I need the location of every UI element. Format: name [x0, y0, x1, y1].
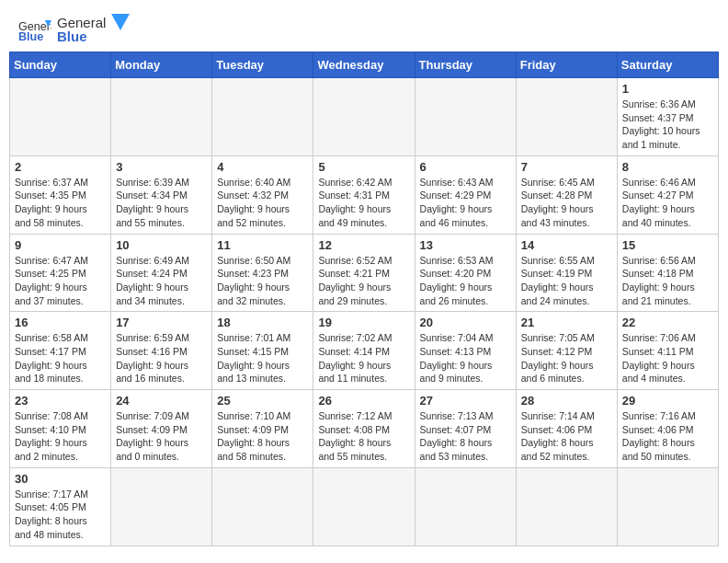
svg-text:Blue: Blue [18, 30, 43, 42]
calendar-cell [415, 467, 516, 546]
day-info: Sunrise: 6:37 AM Sunset: 4:35 PM Dayligh… [15, 176, 106, 230]
week-row-5: 23Sunrise: 7:08 AM Sunset: 4:10 PM Dayli… [10, 390, 719, 468]
day-number: 29 [622, 394, 713, 408]
calendar-cell: 22Sunrise: 7:06 AM Sunset: 4:11 PM Dayli… [617, 312, 718, 390]
day-number: 1 [622, 82, 713, 96]
day-info: Sunrise: 7:17 AM Sunset: 4:05 PM Dayligh… [15, 488, 106, 542]
calendar-cell: 11Sunrise: 6:50 AM Sunset: 4:23 PM Dayli… [212, 234, 313, 312]
calendar-cell: 14Sunrise: 6:55 AM Sunset: 4:19 PM Dayli… [516, 234, 617, 312]
calendar-cell: 21Sunrise: 7:05 AM Sunset: 4:12 PM Dayli… [516, 312, 617, 390]
day-number: 17 [116, 316, 207, 329]
logo-icon: General Blue [18, 17, 51, 42]
day-number: 4 [217, 160, 308, 174]
day-info: Sunrise: 6:59 AM Sunset: 4:16 PM Dayligh… [116, 331, 207, 385]
calendar-cell [111, 467, 212, 546]
day-info: Sunrise: 6:50 AM Sunset: 4:23 PM Dayligh… [217, 254, 308, 308]
calendar-cell: 28Sunrise: 7:14 AM Sunset: 4:06 PM Dayli… [516, 390, 617, 468]
calendar-cell: 1Sunrise: 6:36 AM Sunset: 4:37 PM Daylig… [617, 78, 718, 156]
day-info: Sunrise: 6:42 AM Sunset: 4:31 PM Dayligh… [318, 176, 409, 230]
day-info: Sunrise: 6:58 AM Sunset: 4:17 PM Dayligh… [15, 331, 106, 385]
calendar-cell: 15Sunrise: 6:56 AM Sunset: 4:18 PM Dayli… [617, 234, 718, 312]
day-number: 12 [318, 238, 409, 252]
day-number: 11 [217, 238, 308, 252]
calendar-cell [313, 78, 415, 156]
day-info: Sunrise: 6:39 AM Sunset: 4:34 PM Dayligh… [116, 176, 207, 230]
calendar-cell: 2Sunrise: 6:37 AM Sunset: 4:35 PM Daylig… [10, 155, 111, 234]
day-of-week-tuesday: Tuesday [212, 52, 313, 78]
calendar-cell: 25Sunrise: 7:10 AM Sunset: 4:09 PM Dayli… [212, 390, 313, 468]
week-row-6: 30Sunrise: 7:17 AM Sunset: 4:05 PM Dayli… [10, 467, 719, 546]
day-info: Sunrise: 7:14 AM Sunset: 4:06 PM Dayligh… [521, 409, 612, 464]
day-number: 24 [116, 394, 207, 408]
calendar-cell: 24Sunrise: 7:09 AM Sunset: 4:09 PM Dayli… [111, 390, 212, 468]
calendar-cell [516, 78, 617, 156]
day-number: 19 [318, 316, 409, 329]
day-info: Sunrise: 7:01 AM Sunset: 4:15 PM Dayligh… [217, 331, 308, 385]
calendar-cell: 26Sunrise: 7:12 AM Sunset: 4:08 PM Dayli… [313, 390, 415, 468]
day-number: 21 [521, 316, 612, 329]
day-info: Sunrise: 6:49 AM Sunset: 4:24 PM Dayligh… [116, 254, 207, 308]
day-number: 14 [521, 238, 612, 252]
day-number: 25 [217, 394, 308, 408]
calendar-cell: 4Sunrise: 6:40 AM Sunset: 4:32 PM Daylig… [212, 155, 313, 234]
calendar-cell: 30Sunrise: 7:17 AM Sunset: 4:05 PM Dayli… [10, 467, 111, 546]
day-number: 2 [15, 160, 106, 174]
day-number: 13 [420, 238, 511, 252]
day-number: 28 [521, 394, 612, 408]
calendar-cell: 12Sunrise: 6:52 AM Sunset: 4:21 PM Dayli… [313, 234, 415, 312]
calendar-cell: 17Sunrise: 6:59 AM Sunset: 4:16 PM Dayli… [111, 312, 212, 390]
calendar-cell: 8Sunrise: 6:46 AM Sunset: 4:27 PM Daylig… [617, 155, 718, 234]
day-info: Sunrise: 7:13 AM Sunset: 4:07 PM Dayligh… [420, 409, 511, 464]
calendar-cell [212, 467, 313, 546]
calendar-cell: 7Sunrise: 6:45 AM Sunset: 4:28 PM Daylig… [516, 155, 617, 234]
day-info: Sunrise: 7:05 AM Sunset: 4:12 PM Dayligh… [521, 331, 612, 385]
calendar-cell: 13Sunrise: 6:53 AM Sunset: 4:20 PM Dayli… [415, 234, 516, 312]
logo-triangle-icon [111, 14, 130, 41]
logo: General Blue General Blue [18, 15, 130, 44]
day-number: 27 [420, 394, 511, 408]
day-number: 23 [15, 394, 106, 408]
day-info: Sunrise: 7:16 AM Sunset: 4:06 PM Dayligh… [622, 409, 713, 464]
day-number: 3 [116, 160, 207, 174]
calendar-header: SundayMondayTuesdayWednesdayThursdayFrid… [10, 52, 719, 78]
day-number: 16 [15, 316, 106, 329]
calendar-wrapper: SundayMondayTuesdayWednesdayThursdayFrid… [0, 52, 728, 556]
day-number: 7 [521, 160, 612, 174]
calendar-body: 1Sunrise: 6:36 AM Sunset: 4:37 PM Daylig… [10, 78, 719, 546]
day-info: Sunrise: 7:04 AM Sunset: 4:13 PM Dayligh… [420, 331, 511, 385]
calendar-cell: 10Sunrise: 6:49 AM Sunset: 4:24 PM Dayli… [111, 234, 212, 312]
day-info: Sunrise: 6:43 AM Sunset: 4:29 PM Dayligh… [420, 176, 511, 230]
calendar-cell [617, 467, 718, 546]
day-of-week-saturday: Saturday [617, 52, 718, 78]
calendar-cell: 16Sunrise: 6:58 AM Sunset: 4:17 PM Dayli… [10, 312, 111, 390]
day-number: 9 [15, 238, 106, 252]
calendar-cell [111, 78, 212, 156]
day-info: Sunrise: 6:40 AM Sunset: 4:32 PM Dayligh… [217, 176, 308, 230]
week-row-1: 1Sunrise: 6:36 AM Sunset: 4:37 PM Daylig… [10, 78, 719, 156]
calendar-cell: 5Sunrise: 6:42 AM Sunset: 4:31 PM Daylig… [313, 155, 415, 234]
day-number: 18 [217, 316, 308, 329]
day-info: Sunrise: 7:06 AM Sunset: 4:11 PM Dayligh… [622, 331, 713, 385]
day-info: Sunrise: 7:08 AM Sunset: 4:10 PM Dayligh… [15, 409, 106, 464]
week-row-3: 9Sunrise: 6:47 AM Sunset: 4:25 PM Daylig… [10, 234, 719, 312]
calendar-cell: 23Sunrise: 7:08 AM Sunset: 4:10 PM Dayli… [10, 390, 111, 468]
page-header: General Blue General Blue [0, 0, 728, 52]
day-of-week-sunday: Sunday [10, 52, 111, 78]
day-info: Sunrise: 6:45 AM Sunset: 4:28 PM Dayligh… [521, 176, 612, 230]
day-number: 8 [622, 160, 713, 174]
week-row-2: 2Sunrise: 6:37 AM Sunset: 4:35 PM Daylig… [10, 155, 719, 234]
day-info: Sunrise: 6:47 AM Sunset: 4:25 PM Dayligh… [15, 254, 106, 308]
day-of-week-monday: Monday [111, 52, 212, 78]
day-of-week-wednesday: Wednesday [313, 52, 415, 78]
day-number: 5 [318, 160, 409, 174]
day-info: Sunrise: 6:46 AM Sunset: 4:27 PM Dayligh… [622, 176, 713, 230]
calendar-cell: 19Sunrise: 7:02 AM Sunset: 4:14 PM Dayli… [313, 312, 415, 390]
calendar-cell [313, 467, 415, 546]
calendar-cell [415, 78, 516, 156]
day-number: 15 [622, 238, 713, 252]
day-info: Sunrise: 7:02 AM Sunset: 4:14 PM Dayligh… [318, 331, 409, 385]
day-number: 6 [420, 160, 511, 174]
calendar-cell: 29Sunrise: 7:16 AM Sunset: 4:06 PM Dayli… [617, 390, 718, 468]
calendar-cell: 20Sunrise: 7:04 AM Sunset: 4:13 PM Dayli… [415, 312, 516, 390]
calendar-table: SundayMondayTuesdayWednesdayThursdayFrid… [9, 52, 719, 546]
